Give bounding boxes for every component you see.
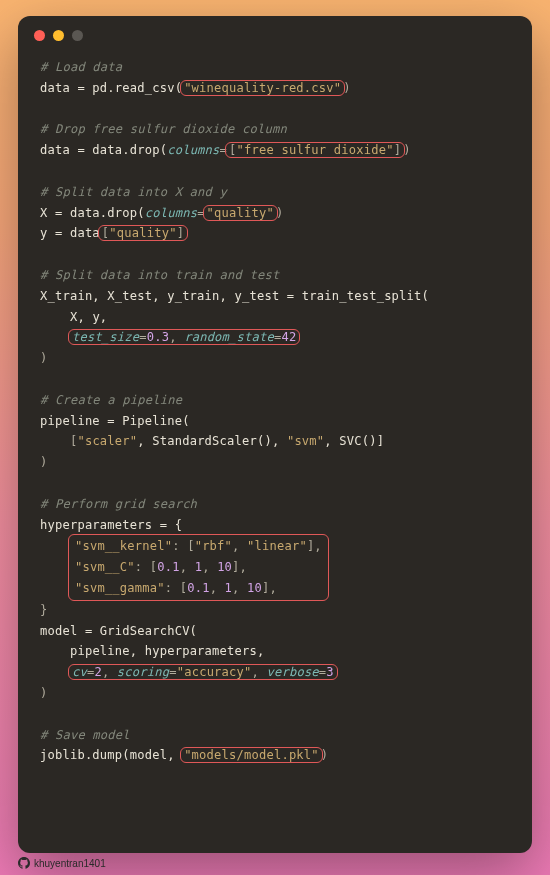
code-text: ) <box>276 206 283 220</box>
code-text: data = pd.read_csv( <box>40 81 182 95</box>
footer: khuyentran1401 <box>18 853 532 869</box>
code-window: # Load data data = pd.read_csv("winequal… <box>18 16 532 853</box>
kwarg: random_state <box>184 330 274 344</box>
window-titlebar <box>18 16 532 47</box>
highlight-drop-column: ["free sulfur dioxide"] <box>225 142 405 158</box>
code-block: # Load data data = pd.read_csv("winequal… <box>40 57 510 766</box>
code-text: X = data.drop( <box>40 206 145 220</box>
string-literal: "scaler" <box>77 434 137 448</box>
code-text: X_train, X_test, y_train, y_test = train… <box>40 289 429 303</box>
code-text: ) <box>40 686 47 700</box>
github-icon <box>18 857 30 869</box>
code-text: hyperparameters = { <box>40 518 182 532</box>
code-text: ) <box>40 455 47 469</box>
comment: # Split data into X and y <box>40 185 227 199</box>
string-literal: "models/model.pkl" <box>184 748 319 762</box>
code-text: ) <box>321 748 328 762</box>
code-text: y = data <box>40 226 100 240</box>
number: 0.3 <box>147 330 169 344</box>
code-text: } <box>40 603 47 617</box>
string-literal: "quality" <box>109 226 176 240</box>
kwarg: columns <box>145 206 197 220</box>
code-text: data = data.drop( <box>40 143 167 157</box>
highlight-hyperparams: "svm__kernel": ["rbf", "linear"], "svm__… <box>68 534 329 600</box>
code-text: ) <box>343 81 350 95</box>
code-text: pipeline = Pipeline( <box>40 414 190 428</box>
string-literal: "winequality-red.csv" <box>184 81 341 95</box>
kwarg: columns <box>167 143 219 157</box>
highlight-csv-path: "winequality-red.csv" <box>180 80 345 96</box>
code-text: [ <box>40 434 77 448</box>
kwarg: test_size <box>72 330 139 344</box>
code-area: # Load data data = pd.read_csv("winequal… <box>18 47 532 853</box>
highlight-grid-params: cv=2, scoring="accuracy", verbose=3 <box>68 664 338 680</box>
comment: # Perform grid search <box>40 497 197 511</box>
highlight-split-params: test_size=0.3, random_state=42 <box>68 329 300 345</box>
highlight-quality-y: ["quality"] <box>98 225 188 241</box>
highlight-model-path: "models/model.pkl" <box>180 747 323 763</box>
string-literal: "free sulfur dioxide" <box>237 143 394 157</box>
number: 42 <box>281 330 296 344</box>
footer-username[interactable]: khuyentran1401 <box>34 858 106 869</box>
code-text: ) <box>40 351 47 365</box>
code-text: model = GridSearchCV( <box>40 624 197 638</box>
code-text: X, y, <box>40 310 107 324</box>
close-icon[interactable] <box>34 30 45 41</box>
code-text: pipeline, hyperparameters, <box>40 644 264 658</box>
minimize-icon[interactable] <box>53 30 64 41</box>
string-literal: "svm" <box>287 434 324 448</box>
string-literal: "quality" <box>207 206 274 220</box>
code-text: joblib.dump(model, <box>40 748 182 762</box>
comment: # Split data into train and test <box>40 268 279 282</box>
code-text: ) <box>403 143 410 157</box>
comment: # Drop free sulfur dioxide column <box>40 122 287 136</box>
maximize-icon[interactable] <box>72 30 83 41</box>
comment: # Create a pipeline <box>40 393 182 407</box>
comment: # Load data <box>40 60 122 74</box>
comment: # Save model <box>40 728 130 742</box>
highlight-quality-x: "quality" <box>203 205 278 221</box>
